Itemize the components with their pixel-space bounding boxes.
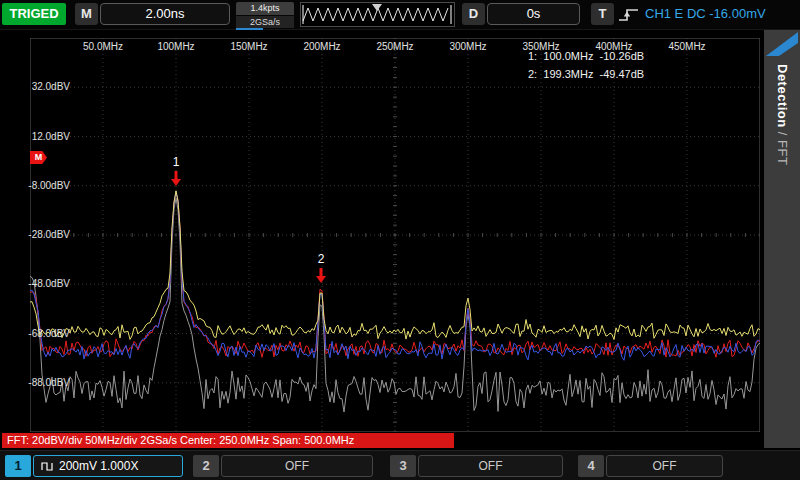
channel-value-text: OFF bbox=[285, 459, 309, 473]
peak-marker-2: 2 bbox=[314, 252, 328, 288]
channel-status-bar: 22:36 2023/5/26 1200mV 1.000X2OFF3OFF4OF… bbox=[0, 450, 800, 480]
channel-4-button[interactable]: 4 bbox=[578, 455, 604, 477]
sidebar-mode-label: Detection / FFT bbox=[775, 64, 790, 165]
channel-value-text: 200mV 1.000X bbox=[59, 456, 138, 476]
channel-3-status[interactable]: OFF bbox=[418, 455, 563, 477]
peak-arrow-icon bbox=[314, 267, 328, 284]
fft-menu-tab[interactable]: Detection / FFT bbox=[764, 30, 800, 448]
level-axis-label: -28.0dBV bbox=[28, 229, 70, 240]
peak-readout-2: 2: 199.3MHz -49.47dB bbox=[528, 68, 644, 80]
peak-marker-label: 2 bbox=[314, 252, 328, 266]
freq-axis-label: 50.0MHz bbox=[83, 41, 123, 52]
sidebar-mode-secondary: / FFT bbox=[775, 128, 790, 166]
peak-readout-1: 1: 100.0MHz -10.26dB bbox=[528, 50, 644, 62]
level-axis-label: 32.0dBV bbox=[28, 81, 70, 92]
level-axis-label: -68.0dBV bbox=[28, 328, 70, 339]
fft-settings-bar: FFT: 20dBV/div 50MHz/div 2GSa/s Center: … bbox=[2, 433, 454, 448]
channel-value-text: OFF bbox=[479, 459, 503, 473]
math-reference-label: M bbox=[35, 152, 43, 162]
peak-marker-1: 1 bbox=[169, 155, 183, 191]
channel-3-button[interactable]: 3 bbox=[390, 455, 416, 477]
channel-value-text: OFF bbox=[653, 459, 677, 473]
level-axis-label: -8.00dBV bbox=[28, 180, 70, 191]
freq-axis-label: 200MHz bbox=[303, 41, 340, 52]
channel-1-button[interactable]: 1 bbox=[5, 455, 31, 477]
coupling-waveform-icon bbox=[41, 461, 54, 472]
freq-axis-label: 100MHz bbox=[157, 41, 194, 52]
freq-axis-label: 450MHz bbox=[668, 41, 705, 52]
freq-axis-label: 250MHz bbox=[376, 41, 413, 52]
fft-graticule bbox=[30, 38, 760, 432]
peak-arrow-icon bbox=[169, 170, 183, 187]
level-axis-label: -88.0dBV bbox=[28, 377, 70, 388]
menu-tab-arrow-icon bbox=[764, 30, 800, 58]
peak-marker-label: 1 bbox=[169, 155, 183, 169]
freq-axis-label: 300MHz bbox=[449, 41, 486, 52]
channel-2-button[interactable]: 2 bbox=[193, 455, 219, 477]
fft-trace-yellow bbox=[30, 191, 760, 340]
level-axis-label: 12.0dBV bbox=[28, 131, 70, 142]
channel-2-status[interactable]: OFF bbox=[221, 455, 373, 477]
fft-plot-area: M 50.0MHz100MHz150MHz200MHz250MHz300MHz3… bbox=[0, 0, 800, 480]
channel-4-status[interactable]: OFF bbox=[606, 455, 723, 477]
sidebar-mode-primary: Detection bbox=[775, 64, 790, 128]
freq-axis-label: 150MHz bbox=[230, 41, 267, 52]
oscilloscope-screen: TRIGED M 2.00ns 1.4kpts 2GSa/s D 0s T CH… bbox=[0, 0, 800, 480]
channel-1-status[interactable]: 200mV 1.000X bbox=[33, 455, 183, 477]
level-axis-label: -48.0dBV bbox=[28, 278, 70, 289]
